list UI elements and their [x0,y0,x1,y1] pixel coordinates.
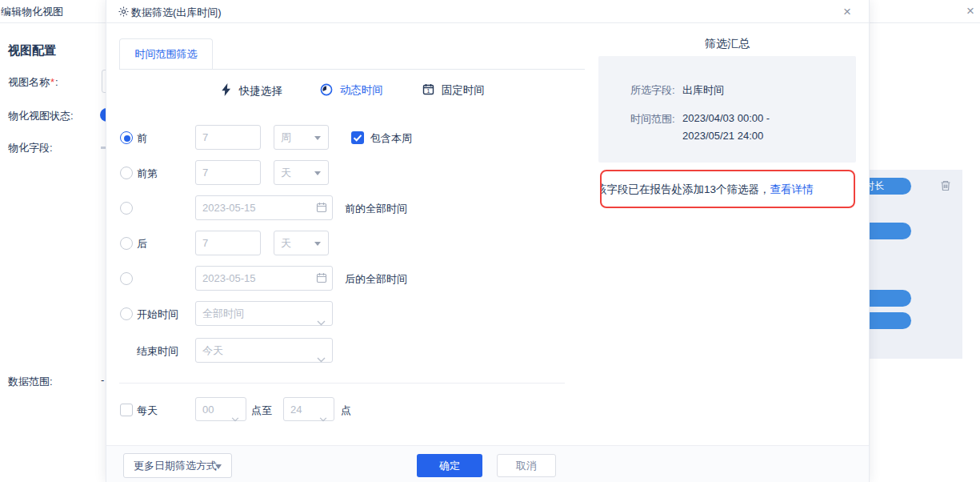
section-divider [119,383,565,384]
after-date-input[interactable] [195,266,333,291]
dynamic-time-option[interactable]: 动态时间 [320,83,383,98]
daily-to-select[interactable]: 24 [283,397,334,421]
after-count-input[interactable] [195,231,261,255]
chevron-down-icon [231,407,239,430]
calendar-small-icon [316,272,327,287]
caret-down-icon [314,242,321,246]
daily-mid-label: 点至 [251,404,272,418]
chevron-down-icon [317,347,326,371]
view-details-link[interactable]: 查看详情 [770,183,814,195]
page-title: 编辑物化视图 [1,5,63,19]
chevron-down-icon [319,407,327,430]
time-range-label: 时间范围: [630,112,675,127]
calendar-small-icon [316,202,327,216]
front-nth-unit-value: 天 [281,167,291,179]
cancel-button[interactable]: 取消 [497,454,556,477]
tab-time-range-filter[interactable]: 时间范围筛选 [119,38,213,70]
view-name-label: 视图名称*: [8,75,58,90]
selected-field-label: 所选字段: [630,83,675,98]
field-tag-label: 时长 [870,178,884,195]
view-config-heading: 视图配置 [8,43,56,58]
field-tag[interactable] [870,290,911,307]
radio-before-date[interactable] [120,202,133,215]
fixed-time-label: 固定时间 [442,84,485,96]
radio-start-time[interactable] [120,307,133,320]
trash-icon[interactable] [939,179,952,195]
caret-down-icon [215,464,222,469]
front-unit-select[interactable]: 周 [274,125,329,150]
clock-icon [320,86,336,98]
daily-checkbox[interactable] [120,404,133,416]
daily-from-select[interactable]: 00 [195,397,246,421]
filter-count-notice: 该字段已在报告处添加13个筛选器，查看详情 [600,170,855,208]
radio-front[interactable] [120,131,133,144]
more-date-filter-label: 更多日期筛选方式 [134,460,217,472]
include-this-week-label: 包含本周 [370,131,412,146]
radio-front-nth[interactable] [120,167,133,179]
before-date-suffix: 前的全部时间 [345,202,407,216]
field-tag[interactable] [870,312,911,329]
data-filter-modal: 数据筛选(出库时间) × 时间范围筛选 快捷选择 动态时间 1 固定时间 前 周… [106,0,870,482]
time-range-line2: 2023/05/21 24:00 [682,130,763,142]
front-count-input[interactable] [195,125,261,150]
fixed-time-option[interactable]: 1 固定时间 [422,83,485,98]
after-label: 后 [137,237,147,251]
field-tag-duration[interactable]: 时长 [870,178,911,195]
data-range-value: - [101,374,104,386]
chevron-down-icon [317,311,326,334]
more-date-filter-button[interactable]: 更多日期筛选方式 [123,453,232,478]
modal-header: 数据筛选(出库时间) × [106,0,869,23]
start-time-label: 开始时间 [137,307,178,322]
field-list-panel: 时长 [870,170,962,359]
caret-down-icon [314,171,321,175]
field-tag[interactable] [870,223,911,239]
notice-text-wrap: 该字段已在报告处添加13个筛选器，查看详情 [600,183,814,197]
materialized-fields-label: 物化字段: [8,141,53,155]
colon: : [55,76,58,88]
lightning-icon [221,86,235,98]
filter-summary-title: 筛选汇总 [598,37,856,51]
after-unit-select[interactable]: 天 [274,231,329,255]
before-date-picker[interactable] [195,195,333,220]
modal-close-icon[interactable]: × [843,4,851,20]
start-time-value: 全部时间 [202,307,244,319]
after-date-suffix: 后的全部时间 [345,272,407,287]
notice-text: 该字段已在报告处添加13个筛选器， [600,183,770,195]
end-time-value: 今天 [202,344,223,356]
radio-after[interactable] [120,237,133,250]
modal-title: 数据筛选(出库时间) [131,6,222,20]
after-date-picker[interactable] [195,266,333,291]
front-nth-count-input[interactable] [195,160,261,185]
after-unit-value: 天 [281,237,291,249]
svg-text:1: 1 [427,88,430,94]
filter-summary-box: 所选字段: 出库时间 时间范围: 2023/04/03 00:00 - 2023… [598,56,856,163]
start-time-select[interactable]: 全部时间 [195,301,333,326]
dynamic-time-label: 动态时间 [340,84,383,96]
end-time-select[interactable]: 今天 [195,338,333,363]
daily-to-value: 24 [290,404,302,416]
confirm-button[interactable]: 确定 [417,454,482,477]
front-nth-unit-select[interactable]: 天 [274,160,329,185]
daily-label: 每天 [137,404,158,418]
quick-select-option[interactable]: 快捷选择 [221,83,282,98]
calendar-icon: 1 [422,86,438,98]
front-nth-label: 前第 [137,167,158,181]
materialized-status-label: 物化视图状态: [8,109,74,123]
quick-select-label: 快捷选择 [239,85,282,97]
page-close-icon[interactable]: × [966,3,974,19]
daily-from-value: 00 [202,404,214,416]
caret-down-icon [314,136,321,140]
daily-suffix-label: 点 [341,404,351,418]
selected-field-value: 出库时间 [682,83,724,98]
time-range-line1: 2023/04/03 00:00 - [682,112,770,124]
include-this-week-checkbox[interactable] [351,131,364,144]
modal-footer: 更多日期筛选方式 确定 取消 [106,445,869,482]
before-date-input[interactable] [195,195,333,220]
end-time-label: 结束时间 [137,344,178,359]
view-name-text: 视图名称 [8,76,50,88]
check-icon [351,131,364,144]
tab-underline [119,69,585,70]
data-range-label: 数据范围: [8,375,53,389]
radio-after-date[interactable] [120,272,133,285]
gear-icon [118,6,130,21]
